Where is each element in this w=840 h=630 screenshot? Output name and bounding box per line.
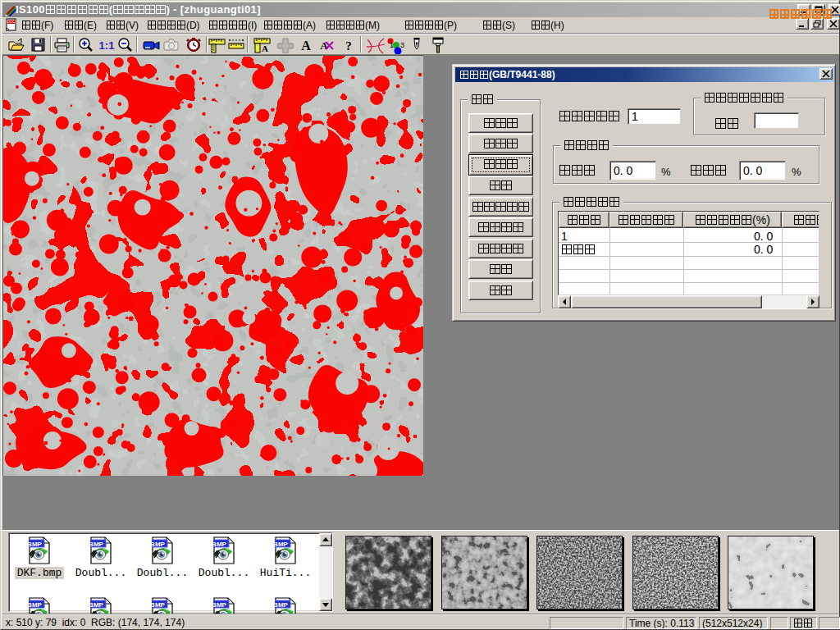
svg-text:A: A [301,39,311,52]
svg-text:BMP: BMP [275,541,289,548]
svg-text:1:1: 1:1 [99,39,115,52]
svg-text:A: A [262,43,268,53]
svg-text:BMP: BMP [213,541,227,548]
svg-text:3: 3 [400,41,404,49]
svg-text:BMP: BMP [152,601,166,609]
svg-text:?: ? [345,39,352,52]
svg-text:BMP: BMP [29,601,43,609]
svg-text:1: 1 [390,41,394,49]
svg-text:BMP: BMP [152,541,166,548]
svg-text:BMP: BMP [275,601,289,609]
svg-text:BMP: BMP [90,541,104,548]
svg-text:A: A [320,39,328,52]
svg-text:BMP: BMP [29,541,43,548]
svg-text:DOC: DOC [7,20,16,24]
svg-text:BMP: BMP [213,601,227,609]
svg-text:BMP: BMP [90,601,104,609]
